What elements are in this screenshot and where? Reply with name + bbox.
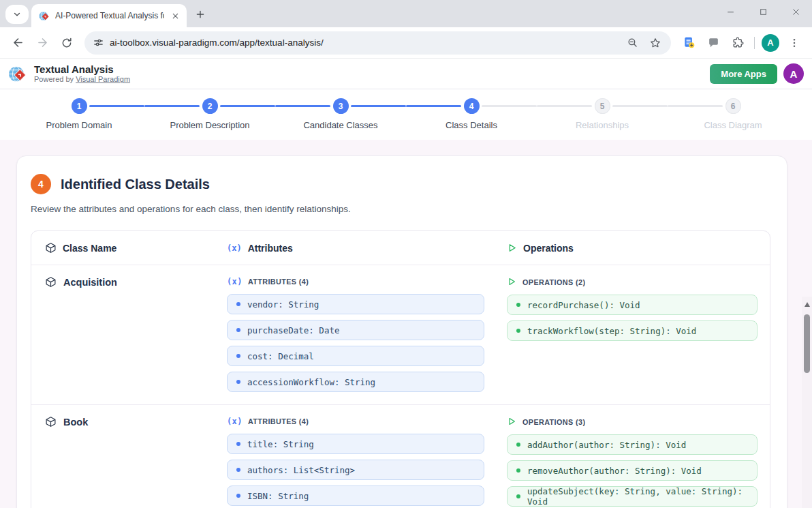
chevron-down-icon [12,10,22,19]
attribute-pill-text: ISBN: String [247,491,309,501]
step-connector-left [144,105,200,107]
page-subtitle: Review the attributes and operations for… [17,194,787,214]
attributes-section-label: (x) ATTRIBUTES (4) [227,417,507,426]
reload-button[interactable] [56,32,78,54]
wizard-stepper: 1 Problem Domain 2 Problem Description 3… [0,89,812,140]
class-name-cell: Acquisition [45,275,227,288]
doc-download-icon[interactable] [678,32,700,54]
bullet-dot-icon [236,494,240,498]
step-connector-right [482,105,537,107]
step-number-badge: 2 [202,98,218,114]
operations-cell: OPERATIONS (2) recordPurchase(): Voidtra… [507,275,758,392]
extensions-puzzle-icon[interactable] [727,32,749,54]
attributes-icon: (x) [227,243,242,253]
step-label: Class Diagram [668,120,798,130]
table-header-row: Class Name (x) Attributes Operations [31,231,770,265]
attribute-pill-text: purchaseDate: Date [247,325,339,335]
attribute-pill-text: authors: List<String> [247,465,355,475]
plus-icon [196,10,205,19]
attributes-icon: (x) [227,417,243,426]
bullet-dot-icon [236,328,240,332]
attribute-pill: accessionWorkflow: String [227,372,484,392]
operation-pill-text: updateSubject(key: String, value: String… [527,486,750,507]
operation-pill: trackWorkflow(step: String): Void [507,320,758,341]
scrollbar-thumb[interactable] [804,314,810,373]
visual-paradigm-logo-icon [7,63,28,85]
step-problem-description[interactable]: 2 Problem Description [144,98,275,140]
attribute-pill: title: String [227,434,484,454]
table-row: Acquisition (x) ATTRIBUTES (4) vendor: S… [31,265,770,404]
bookmark-star-icon[interactable] [646,34,664,52]
step-label: Problem Domain [14,120,144,130]
kebab-menu-icon[interactable] [783,32,805,54]
cube-icon [45,242,57,254]
app-title: Textual Analysis [34,63,704,75]
class-details-table: Class Name (x) Attributes Operations Ac [31,230,770,508]
operation-pill-text: addAuthor(author: String): Void [527,440,686,450]
operations-section-label: OPERATIONS (3) [507,417,758,427]
attribute-pill-text: accessionWorkflow: String [247,377,375,387]
step-class-diagram[interactable]: 6 Class Diagram [668,98,798,140]
attribute-pill: vendor: String [227,294,484,314]
browser-toolbar: ai-toolbox.visual-paradigm.com/app/textu… [0,27,812,59]
tab-title: AI-Powered Textual Analysis for [55,11,164,20]
url-text[interactable]: ai-toolbox.visual-paradigm.com/app/textu… [110,38,618,48]
column-class-name: Class Name [45,242,227,254]
bullet-dot-icon [516,468,520,473]
step-number-badge: 6 [725,98,741,114]
url-bar[interactable]: ai-toolbox.visual-paradigm.com/app/textu… [84,31,671,55]
browser-profile-avatar[interactable]: A [762,34,779,52]
tab-search-button[interactable] [5,5,29,24]
new-tab-button[interactable] [191,5,210,24]
tab-close-icon[interactable] [170,10,181,22]
step-number-badge: 4 [464,98,480,114]
column-operations: Operations [507,243,758,254]
step-number-badge: 3 [333,98,349,114]
attribute-pill-text: title: String [247,439,314,449]
step-candidate-classes[interactable]: 3 Candidate Classes [275,98,406,140]
attribute-pill-text: cost: Decimal [247,351,314,361]
zoom-out-icon[interactable] [623,34,641,52]
visual-paradigm-link[interactable]: Visual Paradigm [76,75,130,83]
bullet-dot-icon [516,303,520,307]
feedback-bubble-icon[interactable] [702,32,724,54]
site-settings-icon[interactable] [93,37,104,48]
more-apps-button[interactable]: More Apps [710,64,777,84]
tab-strip: AI-Powered Textual Analysis for [0,0,812,27]
step-class-details[interactable]: 4 Class Details [406,98,537,140]
step-number-badge: 1 [72,98,87,114]
operation-pill: recordPurchase(): Void [507,295,758,315]
attribute-pill: authors: List<String> [227,460,484,480]
back-button[interactable] [7,32,29,54]
operation-pill: updateSubject(key: String, value: String… [507,486,758,507]
operation-pill-text: trackWorkflow(step: String): Void [527,326,696,336]
user-avatar[interactable]: A [783,63,804,84]
browser-tab[interactable]: AI-Powered Textual Analysis for [31,4,187,27]
attributes-cell: (x) ATTRIBUTES (4) title: Stringauthors:… [227,415,507,507]
step-connector-left [668,105,723,107]
class-name-cell: Book [45,415,227,428]
window-minimize-button[interactable] [723,5,737,18]
cube-icon [45,276,57,288]
operations-cell: OPERATIONS (3) addAuthor(author: String)… [507,415,758,507]
app-header: Textual Analysis Powered by Visual Parad… [0,59,812,89]
step-connector-right [220,105,275,107]
browser-window: AI-Powered Textual Analysis for [0,0,812,59]
scroll-up-arrow-icon[interactable] [802,299,812,310]
page-title: Identified Class Details [61,177,210,192]
attribute-pill-text: vendor: String [247,299,319,310]
step-problem-domain[interactable]: 1 Problem Domain [14,98,144,140]
step-connector-right [351,105,406,107]
step-connector-right [89,105,144,107]
bullet-dot-icon [236,468,240,472]
table-row: Book (x) ATTRIBUTES (4) title: Stringaut… [31,404,770,508]
attribute-pill: cost: Decimal [227,346,484,366]
app-titles: Textual Analysis Powered by Visual Parad… [34,63,704,84]
operations-section-label: OPERATIONS (2) [507,277,758,287]
operation-pill: removeAuthor(author: String): Void [507,460,758,481]
forward-button[interactable] [31,32,53,54]
window-close-button[interactable] [789,5,802,18]
step-relationships[interactable]: 5 Relationships [537,98,668,140]
scrollbar[interactable] [802,297,812,508]
window-maximize-button[interactable] [756,5,770,18]
